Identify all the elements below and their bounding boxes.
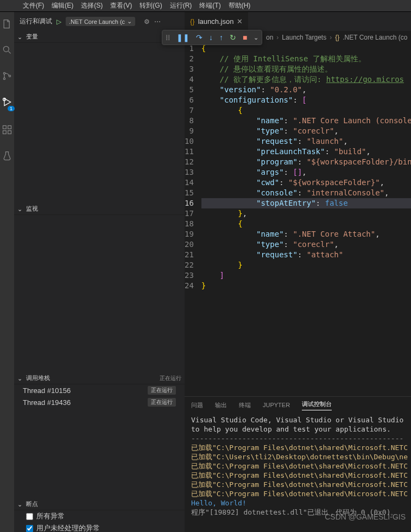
chevron-down-icon: ⌄ — [17, 34, 24, 40]
test-icon[interactable] — [2, 150, 12, 161]
step-over-icon[interactable]: ↷ — [196, 33, 203, 42]
watermark: CSDN @GAMESLI-GIS — [325, 512, 406, 521]
menu-go[interactable]: 转到(G) — [136, 0, 166, 11]
menu-run[interactable]: 运行(R) — [166, 0, 196, 11]
editor-group: {} launch.json ✕ on› Launch Targets› {}.… — [185, 12, 411, 532]
debug-badge: 1 — [8, 106, 15, 111]
bp-checkbox[interactable] — [26, 525, 33, 532]
json-icon: {} — [190, 17, 195, 26]
section-callstack-header[interactable]: ⌄ 调用堆栈 正在运行 — [14, 372, 185, 384]
restart-icon[interactable]: ↻ — [230, 33, 236, 42]
panel-tab-output[interactable]: 输出 — [215, 401, 227, 409]
code-content: { // 使用 IntelliSense 了解相关属性。 // 悬停以查看现有属… — [201, 43, 411, 396]
svg-rect-8 — [8, 131, 11, 134]
step-out-icon[interactable]: ↑ — [219, 33, 223, 42]
explorer-icon[interactable] — [2, 18, 12, 29]
bp-checkbox[interactable] — [26, 513, 33, 520]
breakpoint-row[interactable]: 所有异常 — [14, 510, 185, 522]
section-watch-header[interactable]: ⌄ 监视 — [14, 203, 185, 215]
search-icon[interactable] — [2, 45, 12, 55]
panel-tab-terminal[interactable]: 终端 — [239, 401, 251, 409]
svg-rect-7 — [3, 131, 7, 134]
code-editor[interactable]: 123456789101112131415161718192021222324 … — [185, 43, 411, 396]
panel-tab-jupyter[interactable]: JUPYTER — [263, 402, 290, 408]
menu-help[interactable]: 帮助(H) — [225, 0, 255, 11]
panel-tabs: 问题 输出 终端 JUPYTER 调试控制台 — [185, 397, 411, 413]
gear-icon[interactable]: ⚙ — [144, 18, 150, 26]
debug-config-dropdown[interactable]: .NET Core Launch (c⌄ — [66, 17, 135, 26]
panel-tab-problems[interactable]: 问题 — [191, 401, 203, 409]
activity-bar: 1 — [0, 12, 14, 532]
thread-row[interactable]: Thread #10156正在运行 — [14, 384, 185, 396]
chevron-down-icon: ⌄ — [17, 501, 24, 508]
pause-icon[interactable]: ❚❚ — [176, 33, 189, 42]
callstack-body: Thread #10156正在运行 Thread #19436正在运行 — [14, 384, 185, 498]
chevron-down-icon: ⌄ — [17, 206, 24, 212]
drag-handle-icon[interactable]: ⁞⁞ — [166, 33, 170, 42]
menu-file[interactable]: 文件(F) — [19, 0, 48, 11]
gutter: 123456789101112131415161718192021222324 — [185, 43, 201, 396]
sidebar-title: 运行和调试 — [20, 17, 52, 26]
svg-point-0 — [3, 46, 9, 52]
breakpoint-row[interactable]: 用户未经处理的异常 — [14, 522, 185, 532]
menubar: 文件(F) 编辑(E) 选择(S) 查看(V) 转到(G) 运行(R) 终端(T… — [0, 0, 411, 12]
panel-tab-debug-console[interactable]: 调试控制台 — [302, 400, 332, 410]
debug-toolbar[interactable]: ⁞⁞ ❚❚ ↷ ↓ ↑ ↻ ■ ⌄ — [162, 30, 262, 45]
variables-body — [14, 43, 185, 203]
close-icon[interactable]: ✕ — [237, 17, 243, 26]
step-into-icon[interactable]: ↓ — [209, 33, 213, 42]
bottom-panel: 问题 输出 终端 JUPYTER 调试控制台 Visual Studio Cod… — [185, 396, 411, 532]
tab-bar: {} launch.json ✕ — [185, 12, 411, 31]
menu-terminal[interactable]: 终端(T) — [195, 0, 224, 11]
more-icon[interactable]: ⋯ — [154, 18, 161, 26]
section-breakpoints-header[interactable]: ⌄ 断点 — [14, 498, 185, 510]
chevron-down-icon: ⌄ — [17, 375, 24, 382]
section-variables-header[interactable]: ⌄ 变量 — [14, 31, 185, 43]
svg-rect-5 — [3, 126, 7, 129]
sidebar: 运行和调试 ▷ .NET Core Launch (c⌄ ⚙ ⋯ ⌄ 变量 ⌄ … — [14, 12, 185, 532]
thread-row[interactable]: Thread #19436正在运行 — [14, 396, 185, 408]
menu-view[interactable]: 查看(V) — [106, 0, 136, 11]
start-debug-icon[interactable]: ▷ — [56, 18, 61, 26]
menu-edit[interactable]: 编辑(E) — [48, 0, 77, 11]
chevron-down-icon[interactable]: ⌄ — [254, 34, 258, 41]
breakpoints-body: 所有异常 用户未经处理的异常 — [14, 510, 185, 532]
tab-launch-json[interactable]: {} launch.json ✕ — [185, 12, 249, 31]
stop-icon[interactable]: ■ — [243, 33, 247, 42]
svg-point-1 — [3, 72, 5, 74]
menu-select[interactable]: 选择(S) — [77, 0, 106, 11]
watch-body — [14, 215, 185, 372]
extensions-icon[interactable] — [2, 124, 12, 135]
svg-point-2 — [3, 78, 5, 79]
svg-rect-6 — [8, 126, 11, 129]
source-control-icon[interactable] — [2, 71, 12, 81]
